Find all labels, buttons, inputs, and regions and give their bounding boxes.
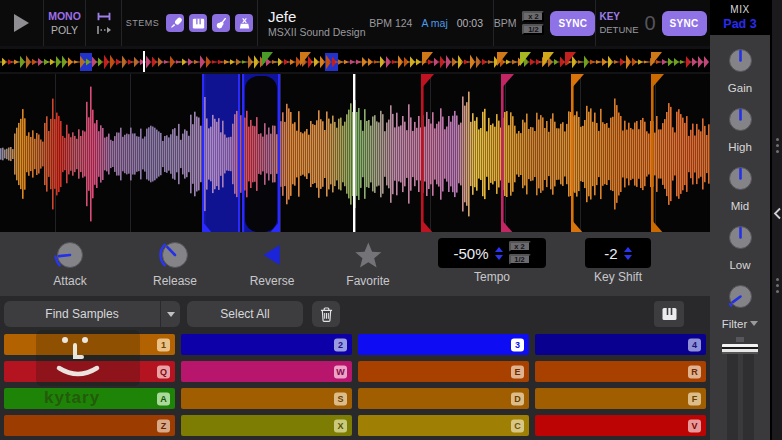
pad-1[interactable]: 1 bbox=[4, 334, 175, 355]
drag-handle-dots-icon[interactable] bbox=[776, 278, 779, 281]
guitar-icon bbox=[215, 17, 228, 30]
star-icon bbox=[353, 241, 383, 269]
waveform-overview[interactable] bbox=[0, 46, 710, 72]
mix-title: MIX bbox=[730, 4, 749, 15]
tempo-half-button[interactable]: 1/2 bbox=[509, 254, 531, 265]
key-shift-stepper[interactable] bbox=[624, 247, 632, 260]
attack-knob[interactable] bbox=[52, 238, 88, 272]
tempo-label: Tempo bbox=[438, 270, 546, 284]
pad-2[interactable]: 2 bbox=[181, 334, 352, 355]
reverse-control: Reverse bbox=[250, 238, 295, 288]
key-shift-decrement-icon[interactable] bbox=[624, 255, 632, 260]
pad-Z[interactable]: Z bbox=[4, 415, 175, 436]
track-titles: Jefe MSXII Sound Design bbox=[268, 8, 365, 38]
bass-stem-button[interactable] bbox=[212, 14, 230, 32]
detune-value: 0 bbox=[644, 12, 655, 35]
tempo-stepper[interactable] bbox=[495, 247, 503, 260]
vocals-stem-button[interactable] bbox=[166, 14, 184, 32]
poly-option[interactable]: POLY bbox=[51, 24, 78, 36]
microphone-icon bbox=[169, 17, 182, 30]
one-shot-icon[interactable] bbox=[96, 25, 112, 35]
bpm-x2-button[interactable]: x 2 bbox=[522, 11, 544, 22]
low-knob[interactable] bbox=[724, 221, 757, 258]
pad-A[interactable]: A bbox=[4, 388, 175, 409]
keyboard-mode-button[interactable] bbox=[654, 301, 684, 327]
favorite-button[interactable] bbox=[346, 238, 389, 272]
track-title: Jefe bbox=[268, 8, 365, 26]
gain-knob[interactable] bbox=[724, 44, 757, 81]
key-panel: KEY DETUNE 0 SYNC bbox=[596, 0, 710, 46]
tempo-increment-icon[interactable] bbox=[495, 247, 503, 252]
key-sync-button[interactable]: SYNC bbox=[662, 11, 707, 36]
favorite-label: Favorite bbox=[346, 274, 389, 288]
bpm-sync-button[interactable]: SYNC bbox=[550, 11, 595, 36]
fader-handle[interactable] bbox=[722, 344, 758, 354]
pad-4[interactable]: 4 bbox=[535, 334, 706, 355]
track-info: Jefe MSXII Sound Design BPM 124 A maj 00… bbox=[258, 0, 494, 46]
chevron-down-icon bbox=[167, 312, 175, 317]
sample-toolbar: Find Samples Select All bbox=[0, 300, 710, 328]
pad-V[interactable]: V bbox=[535, 415, 706, 436]
key-shift-value: -2 bbox=[604, 245, 617, 262]
track-bpm: BPM 124 bbox=[369, 17, 412, 29]
key-shift-increment-icon[interactable] bbox=[624, 247, 632, 252]
tempo-x2-button[interactable]: x 2 bbox=[509, 241, 531, 252]
bpm-half-button[interactable]: 1/2 bbox=[522, 24, 544, 35]
pad-key-badge: V bbox=[688, 419, 701, 432]
high-control: High bbox=[724, 103, 757, 153]
gain-control: Gain bbox=[724, 44, 757, 94]
attack-label: Attack bbox=[52, 274, 88, 288]
stems-label: STEMS bbox=[126, 18, 160, 28]
pad-S[interactable]: S bbox=[181, 388, 352, 409]
select-all-button[interactable]: Select All bbox=[187, 301, 303, 327]
low-control: Low bbox=[724, 221, 757, 271]
key-shift-valuebox[interactable]: -2 bbox=[585, 238, 651, 268]
high-knob[interactable] bbox=[724, 103, 757, 140]
release-knob[interactable] bbox=[153, 238, 197, 272]
waveform-display[interactable] bbox=[0, 72, 710, 232]
filter-knob[interactable] bbox=[724, 280, 757, 317]
melody-stem-button[interactable] bbox=[189, 14, 207, 32]
pad-D[interactable]: D bbox=[358, 388, 529, 409]
volume-fader[interactable] bbox=[722, 337, 758, 440]
pad-C[interactable]: C bbox=[358, 415, 529, 436]
collapse-panel-button[interactable] bbox=[773, 207, 782, 220]
play-button[interactable] bbox=[0, 0, 44, 46]
mid-knob[interactable] bbox=[724, 162, 757, 199]
drag-handle-dots-icon[interactable] bbox=[776, 138, 779, 141]
pad-X[interactable]: X bbox=[181, 415, 352, 436]
tempo-control: -50% x 2 1/2 Tempo bbox=[438, 238, 546, 284]
delete-button[interactable] bbox=[312, 301, 340, 327]
release-control: Release bbox=[153, 238, 197, 288]
pad-F[interactable]: F bbox=[535, 388, 706, 409]
trim-range-icon[interactable] bbox=[96, 11, 112, 22]
reverse-button[interactable] bbox=[250, 238, 295, 272]
pad-Q[interactable]: Q bbox=[4, 361, 175, 382]
playback-mode-toggle[interactable] bbox=[86, 0, 122, 46]
pad-key-badge: F bbox=[688, 392, 701, 405]
pad-W[interactable]: W bbox=[181, 361, 352, 382]
drums-stem-button[interactable] bbox=[235, 14, 253, 32]
filter-dropdown[interactable]: Filter bbox=[722, 318, 759, 330]
pad-key-badge: D bbox=[511, 392, 524, 405]
tempo-multiplier: x 2 1/2 bbox=[509, 241, 531, 265]
panel-edge-strip bbox=[770, 0, 782, 440]
find-samples-dropdown[interactable] bbox=[160, 301, 180, 327]
tempo-decrement-icon[interactable] bbox=[495, 255, 503, 260]
fader-track[interactable] bbox=[724, 349, 756, 440]
pad-3[interactable]: 3 bbox=[358, 334, 529, 355]
tempo-valuebox[interactable]: -50% x 2 1/2 bbox=[438, 238, 546, 268]
pad-E[interactable]: E bbox=[358, 361, 529, 382]
top-bar: MONO POLY STEMS bbox=[0, 0, 710, 46]
chevron-down-icon bbox=[750, 321, 758, 326]
mono-option[interactable]: MONO bbox=[48, 10, 81, 22]
reverse-label: Reverse bbox=[250, 274, 295, 288]
fader-track-bar bbox=[743, 349, 754, 440]
favorite-control: Favorite bbox=[346, 238, 389, 288]
voice-mode-toggle[interactable]: MONO POLY bbox=[44, 0, 86, 46]
find-samples-button[interactable]: Find Samples bbox=[4, 301, 180, 327]
pad-R[interactable]: R bbox=[535, 361, 706, 382]
key-label: KEY bbox=[599, 11, 638, 22]
pad-key-badge: R bbox=[688, 365, 701, 378]
pad-key-badge: 4 bbox=[688, 338, 701, 351]
